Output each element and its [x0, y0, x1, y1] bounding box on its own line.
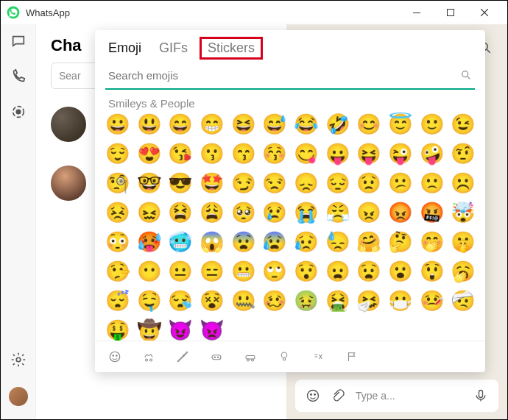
emoji-cell[interactable]: 😶	[137, 260, 160, 283]
emoji-cell[interactable]: 😐	[168, 260, 191, 283]
emoji-cell[interactable]: 😁	[200, 113, 223, 136]
emoji-cell[interactable]: 🙂	[420, 113, 443, 136]
emoji-cell[interactable]: 🤠	[137, 318, 160, 341]
emoji-cell[interactable]: 😈	[168, 318, 191, 341]
cat-symbols-icon[interactable]	[311, 350, 325, 363]
emoji-cell[interactable]: 🤤	[137, 289, 160, 313]
emoji-cell[interactable]: 😯	[294, 260, 317, 283]
emoji-cell[interactable]: 😄	[168, 113, 191, 136]
emoji-cell[interactable]: 😖	[137, 201, 160, 224]
emoji-cell[interactable]: 🤔	[388, 230, 412, 254]
emoji-cell[interactable]: 😝	[356, 142, 380, 165]
emoji-cell[interactable]: 😠	[356, 201, 380, 224]
emoji-cell[interactable]: 🤧	[356, 289, 380, 313]
emoji-cell[interactable]: 😆	[231, 113, 255, 136]
emoji-cell[interactable]: 🤬	[420, 201, 443, 224]
emoji-cell[interactable]: 😬	[231, 260, 255, 283]
emoji-cell[interactable]: 🙁	[420, 171, 443, 195]
message-input[interactable]: Type a...	[356, 390, 463, 402]
emoji-cell[interactable]: 🤑	[105, 318, 129, 341]
emoji-cell[interactable]: 😚	[262, 142, 286, 165]
emoji-cell[interactable]: 🥶	[168, 230, 191, 254]
mic-icon[interactable]	[473, 388, 488, 403]
calls-nav-icon[interactable]	[10, 68, 27, 85]
emoji-cell[interactable]: 🤯	[451, 201, 474, 224]
emoji-cell[interactable]: 😊	[356, 113, 380, 136]
emoji-cell[interactable]: 🧐	[105, 171, 129, 195]
tab-emoji[interactable]: Emoji	[108, 40, 141, 56]
emoji-search-bar[interactable]	[105, 62, 475, 90]
emoji-cell[interactable]: 🤮	[325, 289, 349, 313]
emoji-cell[interactable]: 😕	[388, 171, 412, 195]
emoji-cell[interactable]: 😙	[231, 142, 255, 165]
emoji-cell[interactable]: 😦	[325, 260, 349, 283]
tab-gifs[interactable]: GIFs	[159, 40, 188, 56]
emoji-cell[interactable]: 😋	[294, 142, 317, 165]
emoji-cell[interactable]: 😉	[451, 113, 474, 136]
emoji-cell[interactable]: 😨	[231, 230, 255, 254]
emoji-cell[interactable]: 🤭	[420, 230, 443, 254]
emoji-cell[interactable]: 😴	[105, 289, 129, 313]
emoji-cell[interactable]: 😓	[325, 230, 349, 254]
emoji-cell[interactable]: 😳	[105, 230, 129, 254]
emoji-cell[interactable]: 😎	[168, 171, 191, 195]
emoji-cell[interactable]: 😑	[200, 260, 223, 283]
emoji-cell[interactable]: ☹️	[451, 171, 474, 195]
close-button[interactable]	[468, 1, 501, 24]
emoji-cell[interactable]: 🥵	[137, 230, 160, 254]
emoji-cell[interactable]: 😌	[105, 142, 129, 165]
emoji-cell[interactable]: 😲	[420, 260, 443, 283]
cat-smileys-icon[interactable]	[108, 350, 121, 363]
emoji-cell[interactable]: 🤨	[451, 142, 474, 165]
emoji-cell[interactable]: 😍	[137, 142, 160, 165]
emoji-cell[interactable]: 😡	[388, 201, 412, 224]
emoji-cell[interactable]: 😷	[388, 289, 412, 313]
emoji-cell[interactable]: 😰	[262, 230, 286, 254]
emoji-cell[interactable]: 😫	[168, 201, 191, 224]
emoji-cell[interactable]: 😔	[325, 171, 349, 195]
emoji-cell[interactable]: 🤓	[137, 171, 160, 195]
emoji-cell[interactable]: 🤣	[325, 113, 349, 136]
emoji-cell[interactable]: 😧	[356, 260, 380, 283]
cat-activity-icon[interactable]	[210, 350, 223, 363]
emoji-cell[interactable]: 😭	[294, 201, 317, 224]
settings-gear-icon[interactable]	[10, 352, 27, 368]
maximize-button[interactable]	[434, 1, 468, 24]
emoji-cell[interactable]: 😒	[262, 171, 286, 195]
status-nav-icon[interactable]	[10, 104, 27, 120]
emoji-cell[interactable]: 😩	[200, 201, 223, 224]
emoji-cell[interactable]: 😂	[294, 113, 317, 136]
emoji-cell[interactable]: 🤒	[420, 289, 443, 313]
me-avatar[interactable]	[9, 387, 28, 406]
emoji-cell[interactable]: 🥺	[231, 201, 255, 224]
emoji-cell[interactable]: 😮	[388, 260, 412, 283]
emoji-cell[interactable]: 🤫	[451, 230, 474, 254]
emoji-cell[interactable]: 😏	[231, 171, 255, 195]
emoji-cell[interactable]: 😱	[200, 230, 223, 254]
emoji-cell[interactable]: 😥	[294, 230, 317, 254]
emoji-cell[interactable]: 🥴	[262, 289, 286, 313]
emoji-cell[interactable]: 🥱	[451, 260, 474, 283]
emoji-cell[interactable]: 😞	[294, 171, 317, 195]
emoji-cell[interactable]: 🤐	[231, 289, 255, 313]
emoji-cell[interactable]: 🤢	[294, 289, 317, 313]
emoji-cell[interactable]: 🤕	[451, 289, 474, 313]
emoji-cell[interactable]: 😅	[262, 113, 286, 136]
emoji-cell[interactable]: 😪	[168, 289, 191, 313]
emoji-cell[interactable]: 😜	[388, 142, 412, 165]
attach-icon[interactable]	[331, 388, 345, 403]
emoji-cell[interactable]: 😛	[325, 142, 349, 165]
minimize-button[interactable]	[400, 1, 434, 24]
emoji-cell[interactable]: 👿	[200, 318, 223, 341]
emoji-button-icon[interactable]	[306, 388, 320, 403]
chats-nav-icon[interactable]	[10, 33, 27, 49]
emoji-cell[interactable]: 😇	[388, 113, 412, 136]
emoji-cell[interactable]: 😟	[356, 171, 380, 195]
cat-flags-icon[interactable]	[345, 350, 359, 363]
emoji-cell[interactable]: 😢	[262, 201, 286, 224]
emoji-cell[interactable]: 🤗	[356, 230, 380, 254]
emoji-cell[interactable]: 🤩	[200, 171, 223, 195]
cat-food-icon[interactable]	[176, 350, 189, 363]
emoji-cell[interactable]: 🤥	[105, 260, 129, 283]
cat-objects-icon[interactable]	[278, 350, 291, 363]
